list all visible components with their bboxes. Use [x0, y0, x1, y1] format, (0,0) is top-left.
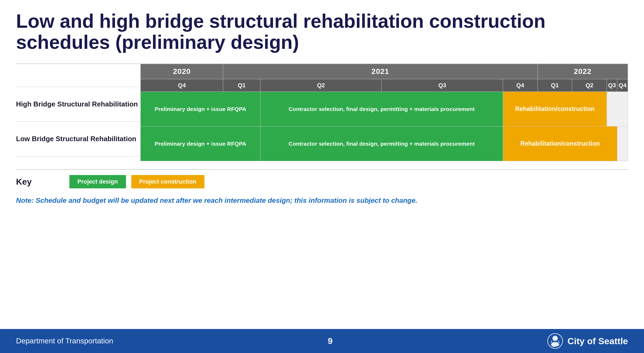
seattle-logo-icon — [547, 333, 563, 349]
high-bridge-label: High Bridge Structural Rehabilitation — [16, 87, 140, 122]
q4-2021: Q4 — [503, 79, 538, 92]
note-text: Note: Schedule and budget will be update… — [16, 196, 628, 205]
key-section: Key Project design Project construction — [16, 169, 628, 188]
svg-line-2 — [551, 340, 552, 343]
key-label: Key — [16, 177, 69, 187]
q3-2022: Q3 — [607, 79, 617, 92]
low-bridge-rehab: Rehabilitation/construction — [503, 126, 617, 161]
year-2020: 2020 — [141, 64, 223, 79]
key-construction: Project construction — [131, 175, 204, 188]
low-bridge-label: Low Bridge Structural Rehabilitation — [16, 122, 140, 156]
q2-2022: Q2 — [572, 79, 607, 92]
high-bridge-contractor: Contractor selection, final design, perm… — [260, 92, 503, 126]
footer: Department of Transportation 9 City of S… — [0, 329, 644, 353]
low-bridge-contractor: Contractor selection, final design, perm… — [260, 126, 503, 161]
footer-page-number: 9 — [328, 336, 333, 346]
high-bridge-prelim-design: Preliminary design + issue RFQPA — [141, 92, 260, 126]
quarter-header-row: Q4 Q1 Q2 Q3 Q4 Q1 Q2 Q3 Q4 — [141, 79, 628, 92]
footer-city-name: City of Seattle — [567, 336, 628, 346]
key-design: Project design — [69, 175, 126, 188]
year-2021: 2021 — [223, 64, 538, 79]
q1-2021: Q1 — [223, 79, 260, 92]
page-title: Low and high bridge structural rehabilit… — [16, 11, 628, 53]
year-header-row: 2020 2021 2022 — [141, 64, 628, 79]
svg-point-1 — [552, 336, 558, 341]
key-items: Project design Project construction — [69, 175, 204, 188]
high-bridge-empty — [607, 92, 628, 126]
q3-2021: Q3 — [382, 79, 503, 92]
q4-2022: Q4 — [617, 79, 628, 92]
low-bridge-empty — [617, 126, 628, 161]
footer-city: City of Seattle — [547, 333, 628, 349]
year-2022: 2022 — [538, 64, 628, 79]
low-bridge-prelim-design: Preliminary design + issue RFQPA — [141, 126, 260, 161]
schedule-table: 2020 2021 2022 Q4 Q1 Q2 Q3 Q4 Q1 — [140, 64, 628, 161]
low-bridge-row: Preliminary design + issue RFQPA Contrac… — [141, 126, 628, 161]
label-spacer — [16, 64, 140, 87]
q2-2021: Q2 — [260, 79, 382, 92]
svg-line-3 — [558, 340, 559, 343]
q1-2022: Q1 — [538, 79, 572, 92]
high-bridge-row: Preliminary design + issue RFQPA Contrac… — [141, 92, 628, 126]
main-content: Low and high bridge structural rehabilit… — [0, 0, 644, 188]
row-labels: High Bridge Structural Rehabilitation Lo… — [16, 64, 140, 161]
high-bridge-rehab: Rehabilitation/construction — [503, 92, 607, 126]
q4-2020: Q4 — [141, 79, 223, 92]
schedule-wrapper: High Bridge Structural Rehabilitation Lo… — [16, 64, 628, 161]
footer-department: Department of Transportation — [16, 337, 113, 345]
